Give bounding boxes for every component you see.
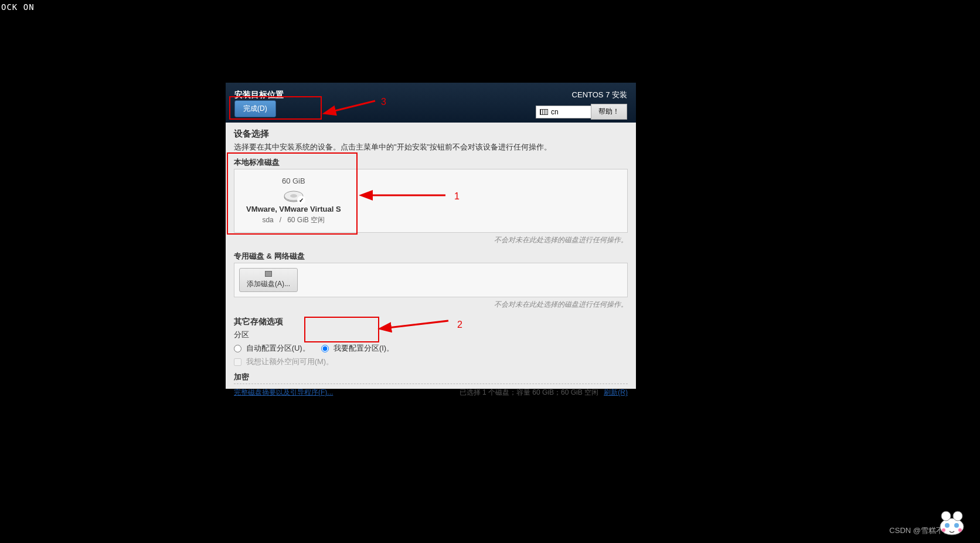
extra-space-row: 我想让额外空间可用(M)。 [234, 356, 628, 367]
svg-point-8 [953, 511, 962, 521]
keyboard-help-group: cn 帮助！ [536, 104, 627, 120]
disk-name: VMware, VMware Virtual S [246, 205, 341, 213]
local-disks-title: 本地标准磁盘 [234, 157, 628, 168]
add-disk-button[interactable]: 添加磁盘(A)... [239, 268, 298, 292]
header-right: CENTOS 7 安装 cn 帮助！ [536, 90, 627, 120]
keyboard-icon [540, 109, 548, 115]
partition-radio-row: 自动配置分区(U)。 我要配置分区(I)。 [234, 342, 628, 354]
mascot-icon [935, 508, 968, 537]
svg-point-12 [958, 528, 962, 532]
lock-status-text: OCK ON [1, 2, 35, 12]
auto-partition-radio[interactable] [234, 345, 241, 352]
special-disks-panel: 添加磁盘(A)... [234, 263, 628, 297]
manual-partition-option[interactable]: 我要配置分区(I)。 [321, 344, 394, 352]
device-selection-desc: 选择要在其中安装系统的设备。点击主菜单中的"开始安装"按钮前不会对该设备进行任何… [234, 142, 628, 152]
disk-size: 60 GiB [246, 177, 341, 185]
disk-mini-icon [265, 271, 272, 277]
refresh-link[interactable]: 刷新(R) [604, 388, 628, 396]
local-disks-note: 不会对未在此处选择的磁盘进行任何操作。 [234, 235, 628, 245]
storage-options-title: 其它存储选项 [234, 317, 628, 327]
disk-info: sda / 60 GiB 空闲 [246, 215, 341, 225]
header-bar: 安装目标位置 完成(D) CENTOS 7 安装 cn 帮助！ [226, 83, 636, 123]
keyboard-layout-label: cn [551, 108, 559, 116]
disk-item-sda[interactable]: 60 GiB VMware, VMware Virtual S sda / 60… [239, 174, 348, 228]
help-button[interactable]: 帮助！ [591, 104, 627, 120]
annotation-label-3: 3 [381, 97, 386, 107]
auto-partition-option[interactable]: 自动配置分区(U)。 [234, 344, 312, 352]
device-selection-title: 设备选择 [234, 128, 628, 140]
extra-space-option: 我想让额外空间可用(M)。 [234, 357, 334, 366]
disk-summary-link[interactable]: 完整磁盘摘要以及引导程序(F)... [234, 388, 333, 398]
footer-row: 完整磁盘摘要以及引导程序(F)... 已选择 1 个磁盘；容量 60 GiB；6… [234, 388, 628, 398]
harddisk-icon [283, 189, 304, 203]
svg-point-11 [942, 528, 945, 532]
footer-status-text: 已选择 1 个磁盘；容量 60 GiB；60 GiB 空闲 [460, 388, 598, 396]
svg-point-7 [941, 511, 951, 521]
svg-point-9 [945, 523, 950, 528]
annotation-label-1: 1 [454, 191, 460, 202]
svg-point-10 [954, 523, 959, 528]
distro-title: CENTOS 7 安装 [536, 90, 627, 100]
page-title: 安装目标位置 [234, 90, 284, 100]
svg-point-2 [290, 194, 297, 198]
manual-partition-radio[interactable] [321, 345, 329, 352]
special-disks-note: 不会对未在此处选择的磁盘进行任何操作。 [234, 300, 628, 310]
keyboard-layout-indicator[interactable]: cn [536, 106, 591, 118]
local-disks-panel: 60 GiB VMware, VMware Virtual S sda / 60… [234, 169, 628, 233]
annotation-label-2: 2 [457, 320, 462, 330]
installer-window: 安装目标位置 完成(D) CENTOS 7 安装 cn 帮助！ 设备选择 选择要… [226, 83, 636, 389]
add-disk-label: 添加磁盘(A)... [247, 280, 290, 288]
check-icon [297, 196, 305, 204]
extra-space-checkbox [234, 358, 241, 366]
done-button[interactable]: 完成(D) [234, 100, 276, 117]
dashed-divider [234, 384, 628, 384]
special-disks-title: 专用磁盘 & 网络磁盘 [234, 251, 628, 262]
encrypt-title: 加密 [234, 372, 628, 382]
partition-title: 分区 [234, 330, 628, 340]
content-area: 设备选择 选择要在其中安装系统的设备。点击主菜单中的"开始安装"按钮前不会对该设… [226, 123, 636, 403]
footer-right: 已选择 1 个磁盘；容量 60 GiB；60 GiB 空闲 刷新(R) [460, 388, 628, 398]
